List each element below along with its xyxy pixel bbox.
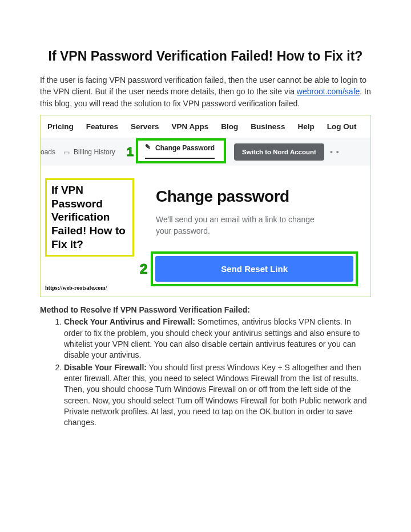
more-icon[interactable]: • • <box>330 147 340 157</box>
send-reset-link-button[interactable]: Send Reset Link <box>155 256 353 282</box>
method-step-2-label: Disable Your Firewall: <box>64 363 147 372</box>
tab-underline <box>145 158 215 159</box>
method-heading: Method to Resolve If VPN Password Verifi… <box>40 305 371 314</box>
method-step-1-label: Check Your Antivirus and Firewall: <box>64 317 195 326</box>
change-password-subtext: We'll send you an email with a link to c… <box>156 214 327 237</box>
edit-icon <box>145 145 152 151</box>
annotation-step-2: 2 <box>140 261 147 277</box>
intro-paragraph: If the user is facing VPN password verif… <box>40 74 371 109</box>
annotation-step-1: 1 <box>126 145 136 159</box>
tab-billing-history-label: Billing History <box>74 148 115 156</box>
method-list: Check Your Antivirus and Firewall: Somet… <box>64 317 371 428</box>
nav-pricing[interactable]: Pricing <box>47 122 74 131</box>
overlay-callout-box: If VPN Password Verification Failed! How… <box>45 178 134 257</box>
nav-features[interactable]: Features <box>86 122 118 131</box>
instruction-screenshot: Pricing Features Servers VPN Apps Blog B… <box>40 115 371 298</box>
nav-business[interactable]: Business <box>251 122 285 131</box>
change-password-heading: Change password <box>156 187 358 206</box>
top-nav: Pricing Features Servers VPN Apps Blog B… <box>41 115 370 138</box>
nav-logout[interactable]: Log Out <box>327 122 357 131</box>
method-step-2-body: You should first press Windows Key + S a… <box>64 363 366 427</box>
account-tabs-bar: oads Billing History 1 Change Password S… <box>41 138 370 166</box>
nav-blog[interactable]: Blog <box>221 122 238 131</box>
nav-servers[interactable]: Servers <box>131 122 159 131</box>
tab-downloads-partial[interactable]: oads <box>41 148 63 156</box>
nav-help[interactable]: Help <box>297 122 314 131</box>
method-step-2: Disable Your Firewall: You should first … <box>64 362 371 429</box>
webroot-link[interactable]: webroot.com/safe <box>297 87 360 96</box>
overlay-source-url: https://web-rootsafe.com/ <box>45 285 134 293</box>
tab-billing-history[interactable]: Billing History <box>63 148 126 156</box>
send-reset-highlight: Send Reset Link <box>151 251 358 286</box>
tab-change-password-label: Change Password <box>155 144 215 152</box>
switch-account-button[interactable]: Switch to Nord Account <box>234 143 324 161</box>
method-step-1: Check Your Antivirus and Firewall: Somet… <box>64 317 371 361</box>
page-title: If VPN Password Verification Failed! How… <box>40 49 371 64</box>
tab-change-password[interactable]: Change Password <box>136 138 226 163</box>
nav-vpn-apps[interactable]: VPN Apps <box>172 122 209 131</box>
card-icon <box>63 149 70 155</box>
